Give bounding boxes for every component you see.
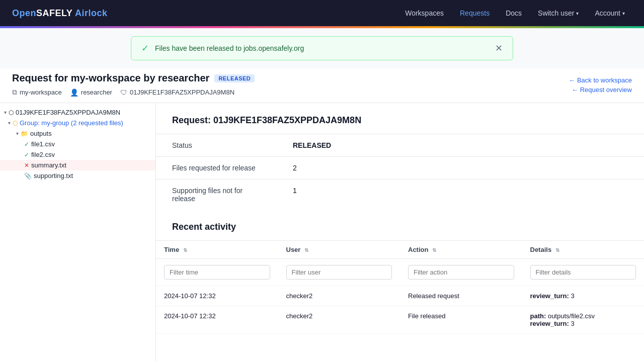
brand-airlock: Airlock [75,8,108,18]
table-row: Supporting files not for release 1 [156,179,644,210]
table-row: 2024-10-07 12:32 checker2 Released reque… [156,286,644,306]
chevron-down-icon: ▾ [576,11,579,16]
file-name: file1.csv [31,140,55,148]
brand-open: Open [12,8,36,18]
col-action[interactable]: Action ⇅ [400,241,522,259]
nav-account[interactable]: Account ▾ [588,6,632,20]
request-id: 01J9KFE1F38FAZ5XPPDAJA9M8N [130,88,234,96]
alert-wrapper: ✓ Files have been released to jobs.opens… [0,28,644,68]
sort-icon: ⇅ [304,247,308,253]
col-time[interactable]: Time ⇅ [156,241,278,259]
tree-root-label: 01J9KFE1F38FAZ5XPPDAJA9M8N [16,109,120,116]
check-circle-icon: ✓ [24,141,29,148]
filter-user-input[interactable] [286,265,392,280]
workspace-name: my-workspace [20,88,62,96]
sort-icon: ⇅ [555,247,559,253]
back-workspace-link[interactable]: ← Back to workspace [569,76,632,84]
status-badge: RELEASED [214,74,255,82]
group-link[interactable]: Group: my-group (2 requested files) [20,119,123,127]
main-layout: ▾ ⬡ 01J9KFE1F38FAZ5XPPDAJA9M8N ▾ ⬡ Group… [0,103,644,362]
col-details[interactable]: Details ⇅ [522,241,645,259]
page-title-text: Request for my-workspace by researcher [12,72,209,84]
table-row: Status RELEASED [156,134,644,157]
file-tree: ▾ ⬡ 01J9KFE1F38FAZ5XPPDAJA9M8N ▾ ⬡ Group… [0,103,155,185]
file-name: file2.csv [31,151,55,158]
user-meta: 👤 researcher [70,88,112,97]
page-title: Request for my-workspace by researcher R… [12,72,255,84]
field-label: Files requested for release [156,157,277,179]
activity-heading: Recent activity [156,222,644,240]
nav-docs[interactable]: Docs [499,6,529,20]
success-alert: ✓ Files have been released to jobs.opens… [131,36,513,60]
sort-icon: ⇅ [183,247,187,253]
alert-message: Files have been released to jobs.opensaf… [155,44,304,52]
table-row: Files requested for release 2 [156,157,644,179]
chevron-down-icon: ▾ [8,120,11,126]
alert-content: ✓ Files have been released to jobs.opens… [141,43,304,54]
field-value: 2 [277,157,644,179]
detail-value: outputs/file2.csv [548,312,595,320]
activity-action: Released request [400,286,522,306]
activity-details: review_turn: 3 [522,286,645,306]
filter-action-input[interactable] [408,265,514,280]
file-name: supporting.txt [34,172,73,179]
group-icon: ⬡ [13,120,18,127]
activity-details: path: outputs/file2.csv review_turn: 3 [522,306,645,334]
tree-folder[interactable]: ▾ 📁 outputs [0,128,155,139]
field-label: Status [156,134,277,157]
filter-row [156,259,644,286]
detail-key: path: [530,312,546,320]
check-circle-icon: ✓ [24,151,29,158]
field-value: 1 [277,179,644,210]
chevron-down-icon: ▾ [16,131,19,136]
activity-action: File released [400,306,522,334]
back-request-overview-link[interactable]: ← Request overview [569,86,632,94]
table-row: 2024-10-07 12:32 checker2 File released … [156,306,644,334]
cube-icon: ⬡ [9,109,14,116]
detail-value: 3 [571,320,574,327]
folder-icon: 📁 [21,130,28,137]
nav-switch-user[interactable]: Switch user ▾ [531,6,586,20]
layers-icon: ⧉ [12,88,17,97]
folder-label: outputs [30,130,52,137]
tree-root[interactable]: ▾ ⬡ 01J9KFE1F38FAZ5XPPDAJA9M8N [0,107,155,118]
nav-workspaces[interactable]: Workspaces [398,6,451,20]
nav-requests[interactable]: Requests [453,6,497,20]
activity-table: Time ⇅ User ⇅ Action ⇅ Details [156,240,644,334]
info-table: Status RELEASED Files requested for rele… [156,134,644,210]
table-header-row: Time ⇅ User ⇅ Action ⇅ Details [156,241,644,259]
check-circle-icon: ✓ [141,43,149,54]
field-value: RELEASED [277,134,644,157]
detail-key: review_turn: [530,292,569,300]
navbar: OpenSAFELY Airlock Workspaces Requests D… [0,0,644,26]
request-section: Request: 01J9KFE1F38FAZ5XPPDAJA9M8N Stat… [156,103,644,210]
list-item[interactable]: ✓ file2.csv [0,149,155,160]
col-user[interactable]: User ⇅ [278,241,400,259]
brand-logo[interactable]: OpenSAFELY Airlock [12,8,107,19]
detail-key: review_turn: [530,320,569,327]
activity-section: Recent activity Time ⇅ User ⇅ Action [156,210,644,334]
brand-safely: SAFELY [36,8,72,18]
user-name: researcher [81,88,112,96]
close-icon[interactable]: ✕ [495,44,503,53]
file-name: summary.txt [31,161,66,169]
activity-time: 2024-10-07 12:32 [156,306,278,334]
sidebar: ▾ ⬡ 01J9KFE1F38FAZ5XPPDAJA9M8N ▾ ⬡ Group… [0,103,156,362]
field-label: Supporting files not for release [156,179,277,210]
filter-details-input[interactable] [530,265,636,280]
activity-user: checker2 [278,286,400,306]
workspace-meta: ⧉ my-workspace [12,88,62,97]
list-item[interactable]: 📎 supporting.txt [0,170,155,181]
activity-user: checker2 [278,306,400,334]
nav-links: Workspaces Requests Docs Switch user ▾ A… [398,6,632,20]
sort-icon: ⇅ [432,247,436,253]
user-icon: 👤 [70,88,78,97]
list-item[interactable]: ✕ summary.txt [0,160,155,170]
filter-time-input[interactable] [164,265,270,280]
detail-value: 3 [571,292,574,300]
list-item[interactable]: ✓ file1.csv [0,139,155,149]
activity-time: 2024-10-07 12:32 [156,286,278,306]
tree-group[interactable]: ▾ ⬡ Group: my-group (2 requested files) [0,118,155,128]
content-panel: Request: 01J9KFE1F38FAZ5XPPDAJA9M8N Stat… [156,103,644,362]
request-heading: Request: 01J9KFE1F38FAZ5XPPDAJA9M8N [156,103,644,134]
